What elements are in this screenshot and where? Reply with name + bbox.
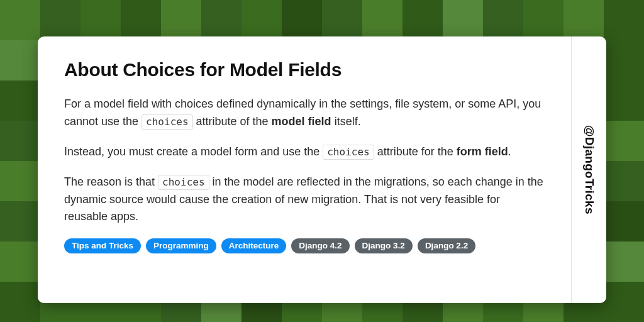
text: attribute for the <box>374 145 457 158</box>
code-choices: choices <box>142 114 192 130</box>
tag-list: Tips and TricksProgrammingArchitectureDj… <box>64 238 546 253</box>
code-choices: choices <box>158 175 209 190</box>
code-choices: choices <box>323 145 374 160</box>
paragraph-2: Instead, you must create a model form an… <box>64 143 546 161</box>
text: The reason is that <box>64 175 158 188</box>
paragraph-3: The reason is that choices in the model … <box>64 174 546 226</box>
author-handle: @DjangoTricks <box>582 125 596 214</box>
tag-django-3-2[interactable]: Django 3.2 <box>355 238 413 253</box>
bold-text: form field <box>457 145 508 158</box>
text: Instead, you must create a model form an… <box>64 145 323 158</box>
text: . <box>508 145 511 158</box>
tag-tips-and-tricks[interactable]: Tips and Tricks <box>64 238 141 253</box>
tag-architecture[interactable]: Architecture <box>221 238 287 253</box>
article-title: About Choices for Model Fields <box>64 59 546 80</box>
sidebar: @DjangoTricks <box>571 36 606 303</box>
text: attribute of the <box>193 115 272 128</box>
tag-django-4-2[interactable]: Django 4.2 <box>291 238 349 253</box>
text: itself. <box>331 115 361 128</box>
article-card: About Choices for Model Fields For a mod… <box>38 36 606 303</box>
article-content: About Choices for Model Fields For a mod… <box>38 36 571 303</box>
tag-django-2-2[interactable]: Django 2.2 <box>418 238 475 253</box>
article-body: For a model field with choices defined d… <box>64 96 546 226</box>
tag-programming[interactable]: Programming <box>146 238 216 253</box>
bold-text: model field <box>272 115 331 128</box>
paragraph-1: For a model field with choices defined d… <box>64 96 546 131</box>
